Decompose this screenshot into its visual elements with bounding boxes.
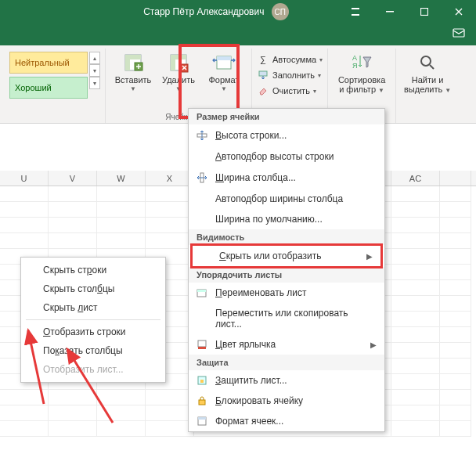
style-scroll[interactable]: ▴ ▾ ▾ — [89, 49, 100, 92]
svg-rect-11 — [171, 59, 175, 70]
menu-move-copy-sheet[interactable]: Переместить или скопировать лист... — [189, 303, 384, 334]
style-scroll-up[interactable]: ▴ — [89, 52, 100, 64]
menu-lock-cell[interactable]: Блокировать ячейку — [189, 391, 384, 411]
style-neutral[interactable]: Нейтральный — [9, 52, 88, 74]
menu-label: Высота строки... — [215, 130, 377, 141]
tab-strip — [0, 23, 476, 45]
format-icon — [211, 50, 236, 75]
svg-point-18 — [421, 56, 431, 66]
autosum-button[interactable]: ∑ Автосумма ▾ — [257, 52, 323, 67]
format-dropdown-menu: Размер ячейки Высота строки... Автоподбо… — [188, 108, 385, 432]
svg-text:Я: Я — [352, 62, 358, 70]
menu-default-width[interactable]: Ширина по умолчанию... — [189, 209, 384, 229]
svg-rect-14 — [217, 56, 231, 60]
insert-button[interactable]: Вставить ▼ — [110, 49, 156, 92]
col-header[interactable]: X — [146, 171, 194, 186]
user-name: Старр Пётр Александрович — [143, 6, 264, 17]
submenu-arrow-icon: ▶ — [366, 252, 373, 261]
clear-button[interactable]: Очистить ▾ — [257, 83, 316, 99]
sigma-icon: ∑ — [257, 55, 269, 64]
title-bar: Старр Пётр Александрович СП — [0, 0, 476, 23]
window-controls — [338, 0, 476, 23]
submenu-hide-rows[interactable]: Скрыть строки — [21, 261, 165, 279]
menu-section-visibility: Видимость — [189, 229, 384, 245]
submenu-hide-sheet[interactable]: Скрыть лист — [21, 298, 165, 317]
lock-icon — [195, 395, 209, 406]
fill-button[interactable]: Заполнить ▾ — [257, 67, 321, 83]
svg-rect-24 — [198, 347, 206, 349]
delete-icon — [166, 50, 191, 75]
format-button[interactable]: Формат ▼ — [201, 49, 247, 92]
col-header[interactable]: U — [0, 171, 49, 186]
sort-label-1: Сортировка — [338, 75, 385, 85]
delete-label: Удалить — [162, 75, 195, 85]
shield-icon — [195, 375, 209, 386]
minimize-button[interactable] — [373, 0, 407, 23]
sort-label-2: и фильтр — [339, 85, 376, 94]
maximize-button[interactable] — [407, 0, 442, 23]
find-label-2: выделить — [404, 85, 442, 94]
svg-rect-2 — [386, 11, 394, 13]
ribbon-options-button[interactable] — [338, 0, 373, 23]
close-button[interactable] — [442, 0, 476, 23]
svg-rect-6 — [125, 55, 141, 59]
chevron-down-icon: ▼ — [175, 85, 182, 92]
menu-section-protect: Защита — [189, 355, 384, 370]
style-gallery-expand[interactable]: ▾ — [89, 77, 100, 89]
style-scroll-down[interactable]: ▾ — [89, 64, 100, 77]
svg-rect-7 — [125, 59, 130, 70]
menu-hide-unhide[interactable]: Скрыть или отобразить ▶ — [190, 243, 383, 268]
insert-icon — [121, 50, 146, 75]
menu-cell-format[interactable]: Формат ячеек... — [189, 411, 384, 431]
annotation-arrow-2 — [63, 348, 125, 429]
find-label-1: Найти и — [412, 75, 444, 85]
svg-rect-26 — [200, 380, 204, 383]
svg-rect-29 — [198, 417, 206, 420]
chevron-down-icon: ▼ — [130, 85, 136, 92]
share-icon[interactable] — [453, 27, 467, 42]
chevron-down-icon: ▼ — [221, 85, 227, 92]
svg-rect-15 — [259, 71, 267, 76]
svg-rect-1 — [352, 14, 359, 16]
col-header[interactable] — [440, 171, 471, 186]
menu-protect-sheet[interactable]: Защитить лист... — [189, 370, 384, 391]
menu-tab-color[interactable]: Цвет ярлычка ▶ — [189, 334, 384, 355]
col-header[interactable]: V — [49, 171, 97, 186]
sort-filter-icon: АЯ — [349, 50, 374, 75]
menu-autofit-column-width[interactable]: Автоподбор ширины столбца — [189, 189, 384, 209]
annotation-arrow-1 — [6, 329, 53, 410]
delete-button[interactable]: Удалить ▼ — [156, 49, 201, 92]
ribbon-group-find: Найти и выделить ▼ — [396, 49, 459, 123]
eraser-icon — [257, 86, 269, 95]
search-icon — [415, 50, 440, 75]
menu-rename-sheet[interactable]: Переименовать лист — [189, 283, 384, 303]
style-good[interactable]: Хороший — [9, 77, 88, 99]
row-height-icon — [195, 129, 209, 142]
svg-rect-22 — [197, 290, 206, 292]
fill-down-icon — [257, 70, 269, 80]
separator — [26, 319, 160, 320]
insert-label: Вставить — [115, 75, 152, 85]
submenu-hide-columns[interactable]: Скрыть столбцы — [21, 279, 165, 298]
svg-text:А: А — [352, 54, 357, 62]
svg-rect-4 — [453, 29, 464, 37]
col-header[interactable]: W — [97, 171, 146, 186]
app-user-title: Старр Пётр Александрович СП — [0, 3, 338, 20]
svg-rect-23 — [198, 340, 206, 347]
svg-rect-0 — [352, 8, 359, 9]
menu-column-width[interactable]: Ширина столбца... — [189, 167, 384, 189]
rename-icon — [195, 287, 209, 298]
find-select-button[interactable]: Найти и выделить ▼ — [401, 49, 454, 94]
fill-label: Заполнить — [272, 70, 315, 80]
menu-section-size: Размер ячейки — [189, 109, 384, 124]
menu-autofit-row-height[interactable]: Автоподбор высоты строки — [189, 146, 384, 167]
col-header[interactable]: AC — [391, 171, 440, 186]
svg-rect-27 — [199, 400, 205, 405]
sort-filter-button[interactable]: АЯ Сортировка и фильтр ▼ — [333, 49, 391, 94]
autosum-label: Автосумма — [272, 55, 316, 64]
user-avatar[interactable]: СП — [272, 3, 289, 20]
tab-color-icon — [195, 339, 209, 350]
submenu-arrow-icon: ▶ — [370, 340, 377, 349]
menu-row-height[interactable]: Высота строки... — [189, 124, 384, 146]
format-label: Формат — [208, 75, 239, 85]
